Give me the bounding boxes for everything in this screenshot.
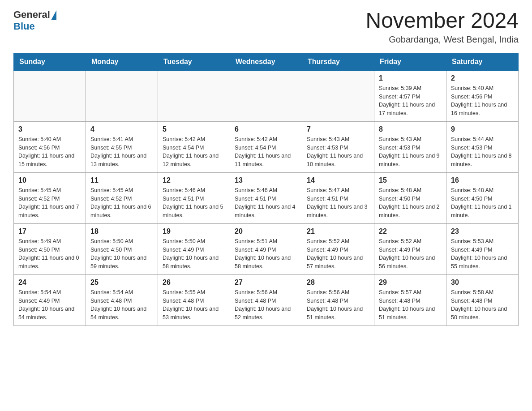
- day-info: Sunrise: 5:49 AMSunset: 4:50 PMDaylight:…: [18, 237, 81, 271]
- day-number: 25: [90, 278, 153, 287]
- day-header-saturday: Saturday: [446, 53, 519, 70]
- title-area: November 2024 Gobardanga, West Bengal, I…: [365, 9, 519, 45]
- calendar-table: SundayMondayTuesdayWednesdayThursdayFrid…: [13, 53, 519, 326]
- day-number: 21: [307, 227, 369, 235]
- day-info: Sunrise: 5:40 AMSunset: 4:56 PMDaylight:…: [451, 84, 514, 118]
- calendar-cell: 11Sunrise: 5:45 AMSunset: 4:52 PMDayligh…: [86, 172, 158, 223]
- day-number: 24: [18, 278, 81, 287]
- calendar-cell: 8Sunrise: 5:43 AMSunset: 4:53 PMDaylight…: [374, 121, 446, 172]
- header: General Blue November 2024 Gobardanga, W…: [13, 9, 519, 45]
- day-number: 14: [307, 176, 369, 184]
- calendar-cell: 24Sunrise: 5:54 AMSunset: 4:49 PMDayligh…: [14, 274, 86, 325]
- day-number: 27: [235, 278, 297, 287]
- day-number: 23: [451, 227, 514, 235]
- calendar-cell: 19Sunrise: 5:50 AMSunset: 4:49 PMDayligh…: [158, 223, 230, 274]
- day-number: 13: [235, 176, 297, 184]
- calendar-cell: 5Sunrise: 5:42 AMSunset: 4:54 PMDaylight…: [158, 121, 230, 172]
- day-info: Sunrise: 5:43 AMSunset: 4:53 PMDaylight:…: [379, 135, 442, 169]
- calendar-cell: 13Sunrise: 5:46 AMSunset: 4:51 PMDayligh…: [230, 172, 302, 223]
- day-info: Sunrise: 5:45 AMSunset: 4:52 PMDaylight:…: [90, 186, 153, 220]
- day-info: Sunrise: 5:43 AMSunset: 4:53 PMDaylight:…: [307, 135, 369, 169]
- day-number: 1: [379, 74, 442, 82]
- day-info: Sunrise: 5:42 AMSunset: 4:54 PMDaylight:…: [235, 135, 297, 169]
- day-number: 15: [379, 176, 442, 184]
- day-number: 26: [163, 278, 225, 287]
- day-info: Sunrise: 5:56 AMSunset: 4:48 PMDaylight:…: [235, 288, 297, 322]
- day-info: Sunrise: 5:40 AMSunset: 4:56 PMDaylight:…: [18, 135, 81, 169]
- day-info: Sunrise: 5:41 AMSunset: 4:55 PMDaylight:…: [90, 135, 153, 169]
- day-info: Sunrise: 5:46 AMSunset: 4:51 PMDaylight:…: [235, 186, 297, 220]
- logo-general-text: General: [13, 9, 50, 21]
- day-info: Sunrise: 5:58 AMSunset: 4:48 PMDaylight:…: [451, 288, 514, 322]
- day-number: 8: [379, 125, 442, 133]
- calendar-cell: 17Sunrise: 5:49 AMSunset: 4:50 PMDayligh…: [14, 223, 86, 274]
- logo: General Blue: [13, 9, 56, 32]
- calendar-cell: 22Sunrise: 5:52 AMSunset: 4:49 PMDayligh…: [374, 223, 446, 274]
- calendar-cell: 29Sunrise: 5:57 AMSunset: 4:48 PMDayligh…: [374, 274, 446, 325]
- calendar-week-4: 17Sunrise: 5:49 AMSunset: 4:50 PMDayligh…: [14, 223, 519, 274]
- calendar-cell: [302, 70, 374, 121]
- day-info: Sunrise: 5:54 AMSunset: 4:49 PMDaylight:…: [18, 288, 81, 322]
- day-info: Sunrise: 5:51 AMSunset: 4:49 PMDaylight:…: [235, 237, 297, 271]
- day-header-thursday: Thursday: [302, 53, 374, 70]
- calendar-body: 1Sunrise: 5:39 AMSunset: 4:57 PMDaylight…: [14, 70, 519, 325]
- calendar-cell: 15Sunrise: 5:48 AMSunset: 4:50 PMDayligh…: [374, 172, 446, 223]
- calendar-cell: 27Sunrise: 5:56 AMSunset: 4:48 PMDayligh…: [230, 274, 302, 325]
- day-info: Sunrise: 5:48 AMSunset: 4:50 PMDaylight:…: [379, 186, 442, 220]
- days-header-row: SundayMondayTuesdayWednesdayThursdayFrid…: [14, 53, 519, 70]
- day-info: Sunrise: 5:47 AMSunset: 4:51 PMDaylight:…: [307, 186, 369, 220]
- day-header-monday: Monday: [86, 53, 158, 70]
- calendar-cell: 23Sunrise: 5:53 AMSunset: 4:49 PMDayligh…: [446, 223, 519, 274]
- day-info: Sunrise: 5:48 AMSunset: 4:50 PMDaylight:…: [451, 186, 514, 220]
- calendar-cell: [86, 70, 158, 121]
- day-number: 6: [235, 125, 297, 133]
- main-title: November 2024: [365, 9, 519, 33]
- day-number: 3: [18, 125, 81, 133]
- day-number: 10: [18, 176, 81, 184]
- calendar-cell: 28Sunrise: 5:56 AMSunset: 4:48 PMDayligh…: [302, 274, 374, 325]
- calendar-week-3: 10Sunrise: 5:45 AMSunset: 4:52 PMDayligh…: [14, 172, 519, 223]
- calendar-cell: 12Sunrise: 5:46 AMSunset: 4:51 PMDayligh…: [158, 172, 230, 223]
- calendar-cell: 9Sunrise: 5:44 AMSunset: 4:53 PMDaylight…: [446, 121, 519, 172]
- day-number: 4: [90, 125, 153, 133]
- calendar-cell: 21Sunrise: 5:52 AMSunset: 4:49 PMDayligh…: [302, 223, 374, 274]
- day-number: 7: [307, 125, 369, 133]
- day-info: Sunrise: 5:44 AMSunset: 4:53 PMDaylight:…: [451, 135, 514, 169]
- day-info: Sunrise: 5:46 AMSunset: 4:51 PMDaylight:…: [163, 186, 225, 220]
- day-number: 29: [379, 278, 442, 287]
- logo-blue-text: Blue: [13, 21, 35, 32]
- day-number: 18: [90, 227, 153, 235]
- day-header-sunday: Sunday: [14, 53, 86, 70]
- calendar-cell: 4Sunrise: 5:41 AMSunset: 4:55 PMDaylight…: [86, 121, 158, 172]
- day-info: Sunrise: 5:39 AMSunset: 4:57 PMDaylight:…: [379, 84, 442, 118]
- calendar-week-2: 3Sunrise: 5:40 AMSunset: 4:56 PMDaylight…: [14, 121, 519, 172]
- day-info: Sunrise: 5:54 AMSunset: 4:48 PMDaylight:…: [90, 288, 153, 322]
- day-number: 12: [163, 176, 225, 184]
- day-number: 16: [451, 176, 514, 184]
- calendar-cell: 18Sunrise: 5:50 AMSunset: 4:50 PMDayligh…: [86, 223, 158, 274]
- day-info: Sunrise: 5:50 AMSunset: 4:49 PMDaylight:…: [163, 237, 225, 271]
- day-info: Sunrise: 5:53 AMSunset: 4:49 PMDaylight:…: [451, 237, 514, 271]
- day-number: 11: [90, 176, 153, 184]
- day-header-tuesday: Tuesday: [158, 53, 230, 70]
- calendar-cell: 7Sunrise: 5:43 AMSunset: 4:53 PMDaylight…: [302, 121, 374, 172]
- calendar-cell: [230, 70, 302, 121]
- calendar-cell: 26Sunrise: 5:55 AMSunset: 4:48 PMDayligh…: [158, 274, 230, 325]
- calendar-cell: 3Sunrise: 5:40 AMSunset: 4:56 PMDaylight…: [14, 121, 86, 172]
- day-number: 30: [451, 278, 514, 287]
- day-number: 2: [451, 74, 514, 82]
- day-number: 20: [235, 227, 297, 235]
- day-info: Sunrise: 5:52 AMSunset: 4:49 PMDaylight:…: [379, 237, 442, 271]
- subtitle: Gobardanga, West Bengal, India: [365, 34, 519, 45]
- day-header-friday: Friday: [374, 53, 446, 70]
- calendar-cell: 6Sunrise: 5:42 AMSunset: 4:54 PMDaylight…: [230, 121, 302, 172]
- day-number: 17: [18, 227, 81, 235]
- calendar-cell: 20Sunrise: 5:51 AMSunset: 4:49 PMDayligh…: [230, 223, 302, 274]
- day-number: 5: [163, 125, 225, 133]
- calendar-cell: [14, 70, 86, 121]
- day-number: 22: [379, 227, 442, 235]
- calendar-week-5: 24Sunrise: 5:54 AMSunset: 4:49 PMDayligh…: [14, 274, 519, 325]
- day-info: Sunrise: 5:57 AMSunset: 4:48 PMDaylight:…: [379, 288, 442, 322]
- logo-triangle-icon: [51, 10, 56, 20]
- calendar-cell: 2Sunrise: 5:40 AMSunset: 4:56 PMDaylight…: [446, 70, 519, 121]
